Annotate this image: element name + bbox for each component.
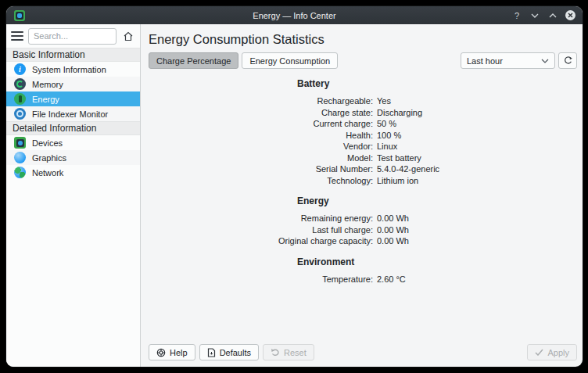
help-button[interactable]: Help [149, 344, 195, 360]
tab-energy-consumption[interactable]: Energy Consumption [242, 52, 338, 69]
form-row: Temperature:2.60 °C [149, 274, 577, 285]
document-icon [207, 348, 216, 357]
network-icon [14, 167, 26, 178]
form-row: Model:Test battery [149, 152, 577, 164]
apply-button[interactable]: Apply [527, 344, 577, 360]
app-icon [14, 10, 25, 21]
chevron-down-icon [541, 59, 549, 63]
sidebar-item-energy[interactable]: Energy [6, 91, 140, 106]
sidebar: Basic Information i System Information M… [6, 24, 141, 367]
form-row: Serial Number:5.4.0-42-generic [149, 163, 577, 175]
sidebar-item-network[interactable]: Network [6, 165, 140, 180]
form-row: Vendor:Linux [149, 141, 577, 152]
check-icon [535, 349, 543, 356]
sidebar-item-memory[interactable]: Memory [6, 77, 140, 91]
sidebar-item-devices[interactable]: Devices [6, 135, 140, 150]
search-input[interactable] [28, 28, 117, 45]
toolbar: Charge Percentage Energy Consumption Las… [149, 52, 577, 69]
form-row: Rechargeable:Yes [149, 95, 577, 107]
file-indexer-icon [14, 108, 26, 120]
maximize-button[interactable] [547, 10, 558, 21]
sidebar-item-graphics[interactable]: Graphics [6, 150, 140, 165]
close-icon [568, 13, 573, 18]
chevron-up-icon [549, 13, 557, 18]
undo-icon [271, 348, 280, 357]
close-button[interactable] [565, 10, 575, 20]
tab-charge-percentage[interactable]: Charge Percentage [149, 52, 238, 69]
minimize-button[interactable] [529, 10, 540, 21]
form-row: Remaining energy:0.00 Wh [149, 213, 577, 224]
info-center-window: Energy — Info Center ? Basic I [6, 6, 583, 367]
sidebar-item-file-indexer-monitor[interactable]: File Indexer Monitor [6, 106, 140, 121]
sidebar-item-system-information[interactable]: i System Information [6, 62, 140, 77]
section-heading-environment: Environment [297, 256, 577, 267]
graphics-icon [14, 152, 26, 163]
energy-form: Battery Rechargeable:Yes Charge state:Di… [149, 70, 577, 339]
sidebar-section-basic: Basic Information [6, 48, 140, 62]
help-window-button[interactable]: ? [511, 10, 522, 21]
home-icon[interactable] [121, 29, 135, 43]
chevron-down-icon [531, 13, 539, 18]
form-row: Current charge:50 % [149, 118, 577, 130]
refresh-button[interactable] [558, 52, 577, 69]
form-row: Health:100 % [149, 130, 577, 142]
titlebar: Energy — Info Center ? [6, 6, 583, 24]
window-title: Energy — Info Center [6, 11, 583, 20]
refresh-icon [563, 56, 573, 66]
help-icon [156, 348, 166, 357]
defaults-button[interactable]: Defaults [199, 344, 259, 360]
energy-icon [14, 93, 26, 105]
footer-buttons: Help Defaults Reset [149, 339, 577, 360]
memory-icon [14, 78, 26, 90]
section-heading-energy: Energy [297, 195, 577, 206]
form-row: Original charge capacity:0.00 Wh [149, 235, 577, 247]
reset-button[interactable]: Reset [263, 344, 314, 360]
menu-icon[interactable] [11, 31, 23, 41]
main-content: Energy Consumption Statistics Charge Per… [141, 24, 583, 367]
form-row: Technology:Lithium ion [149, 175, 577, 187]
section-heading-battery: Battery [297, 78, 577, 89]
sidebar-section-detailed: Detailed Information [6, 121, 140, 135]
devices-icon [14, 137, 26, 149]
form-row: Last full charge:0.00 Wh [149, 224, 577, 236]
timespan-select[interactable]: Last hour [461, 52, 555, 69]
form-row: Charge state:Discharging [149, 107, 577, 119]
page-title: Energy Consumption Statistics [149, 30, 577, 48]
info-icon: i [14, 63, 26, 75]
